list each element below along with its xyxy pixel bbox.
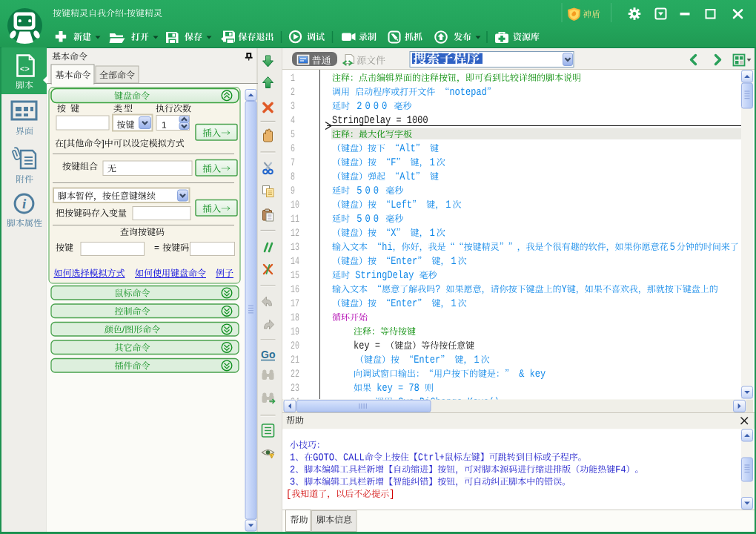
svg-text:i: i	[22, 196, 27, 211]
svg-text:Go: Go	[261, 349, 275, 360]
